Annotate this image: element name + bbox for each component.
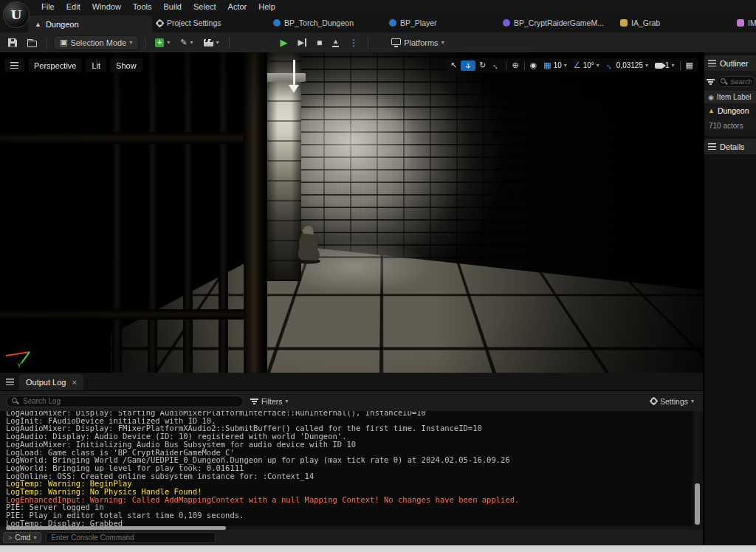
- play-icon: ▶: [281, 37, 288, 48]
- grid-snap-button[interactable]: ▦ 10 ▾: [540, 60, 570, 71]
- asset-shortcut-im[interactable]: IM: [737, 15, 756, 30]
- log-search[interactable]: [6, 396, 244, 407]
- asset-shortcut-bp-torch-dungeon[interactable]: BP_Torch_Dungeon: [273, 15, 354, 30]
- log-line: LogAudioMixer: Initializing Audio Bus Su…: [6, 441, 687, 449]
- outliner-column-header[interactable]: ◉ Item Label: [704, 91, 756, 103]
- asset-shortcut-bp-cryptraider-gamemode[interactable]: BP_CryptRaiderGameM...: [503, 15, 604, 30]
- chevron-down-icon: ▾: [129, 39, 132, 46]
- rotation-snap-button[interactable]: ∠ 10° ▾: [571, 60, 602, 71]
- divider: [145, 37, 145, 49]
- menu-item-tools[interactable]: Tools: [127, 0, 158, 13]
- cmd-dropdown[interactable]: > Cmd ▾: [3, 532, 41, 543]
- settings-button[interactable]: Settings ▾: [650, 397, 697, 406]
- filters-button[interactable]: Filters ▾: [250, 397, 289, 406]
- add-actor-icon: +: [155, 38, 164, 47]
- angle-icon: ∠: [574, 61, 581, 70]
- divider: [524, 61, 525, 70]
- asset-shortcut-project-settings[interactable]: Project Settings: [157, 15, 221, 30]
- rotate-tool-button[interactable]: ↻: [476, 60, 489, 71]
- log-search-input[interactable]: [23, 397, 238, 405]
- vertical-scrollbar-thumb[interactable]: [695, 483, 700, 525]
- statue: [294, 222, 323, 265]
- select-tool-button[interactable]: ↖: [447, 60, 460, 71]
- hamburger-icon[interactable]: [6, 379, 14, 385]
- scale-snap-value: 0,03125: [616, 61, 643, 69]
- hamburger-icon: [708, 60, 716, 66]
- level-tab-label: Dungeon: [46, 20, 79, 29]
- output-log-tab[interactable]: Output Log ×: [19, 374, 83, 390]
- move-tool-button[interactable]: ↔↕: [461, 61, 475, 71]
- monitor-icon: [391, 38, 401, 45]
- stop-button[interactable]: ■: [313, 36, 326, 49]
- surface-snap-button[interactable]: ◉: [527, 60, 540, 71]
- input-mapping-icon: [737, 19, 744, 27]
- globe-icon: ⊕: [512, 61, 518, 70]
- blueprints-dropdown[interactable]: ✎ ▾: [176, 36, 196, 49]
- blueprint-icon: [389, 19, 396, 27]
- frame-skip-button[interactable]: ▶: [295, 37, 310, 48]
- menu-item-actor[interactable]: Actor: [222, 0, 253, 13]
- chevron-down-icon: ▾: [645, 62, 648, 69]
- input-action-icon: [620, 19, 628, 27]
- scale-tool-button[interactable]: ↔: [489, 61, 504, 71]
- menu-item-build[interactable]: Build: [158, 0, 188, 13]
- cinematics-dropdown[interactable]: ▾: [200, 38, 223, 48]
- quick-add-button[interactable]: + ▾: [151, 37, 173, 49]
- blueprint-icon: [503, 19, 510, 27]
- chevron-down-icon: ▾: [167, 39, 170, 46]
- outliner-tab[interactable]: Outliner: [704, 55, 756, 71]
- asset-shortcut-bp-player[interactable]: BP_Player: [389, 15, 437, 30]
- chevron-down-icon: ▾: [190, 39, 193, 46]
- close-icon[interactable]: ×: [72, 378, 76, 387]
- rotation-snap-value: 10°: [583, 61, 594, 69]
- play-options-button[interactable]: ⋮: [346, 36, 362, 49]
- search-icon: [12, 398, 19, 405]
- asset-shortcut-ia-grab[interactable]: IA_Grab: [620, 15, 660, 30]
- viewport-menu-button[interactable]: [4, 58, 24, 72]
- svg-text:Y: Y: [17, 362, 21, 368]
- tab-bar: ▲ Dungeon Project Settings BP_Torch_Dung…: [0, 13, 756, 32]
- outliner-search-input[interactable]: [730, 77, 752, 86]
- main-toolbar: ▣ Selection Mode ▾ + ▾ ✎ ▾ ▾ ▶ ▶ ■ ▲ ⋮ P…: [0, 32, 756, 52]
- menu-item-select[interactable]: Select: [188, 0, 222, 13]
- stop-icon: ■: [317, 38, 322, 48]
- menu-item-window[interactable]: Window: [86, 0, 127, 13]
- perspective-button[interactable]: Perspective: [28, 58, 82, 72]
- world-space-button[interactable]: ⊕: [509, 60, 521, 71]
- selection-mode-dropdown[interactable]: ▣ Selection Mode ▾: [53, 35, 139, 50]
- console-command-input[interactable]: [46, 532, 216, 543]
- eye-icon[interactable]: ◉: [708, 94, 714, 101]
- divider: [506, 61, 506, 70]
- platforms-dropdown[interactable]: Platforms ▾: [388, 37, 447, 49]
- gate-post: [244, 52, 267, 373]
- save-button[interactable]: [4, 37, 21, 49]
- lit-button[interactable]: Lit: [86, 58, 106, 72]
- rotate-icon: ↻: [479, 61, 486, 70]
- camera-speed-button[interactable]: 1 ▾: [652, 61, 678, 70]
- outliner-footer: 710 actors: [704, 120, 756, 131]
- outliner-search[interactable]: [717, 76, 755, 87]
- menu-item-help[interactable]: Help: [252, 0, 281, 13]
- eject-button[interactable]: ▲: [329, 37, 343, 49]
- surface-snap-icon: ◉: [530, 61, 537, 70]
- maximize-viewport-button[interactable]: ▦: [683, 60, 696, 71]
- viewport-toolbar-right: ↖ ↔↕ ↻ ↔ ⊕ ◉ ▦ 10 ▾ ∠ 10° ▾ ↔ 0,03125 ▾: [445, 58, 698, 72]
- log-search-row: Filters ▾ Settings ▾: [0, 390, 703, 411]
- outliner-row-dungeon[interactable]: ▲ Dungeon: [704, 105, 756, 117]
- camera-icon: [655, 63, 663, 69]
- tab-dungeon-level[interactable]: ▲ Dungeon: [28, 15, 152, 32]
- play-button[interactable]: ▶: [277, 35, 292, 49]
- level-icon: ▲: [708, 107, 715, 114]
- viewport[interactable]: Y Perspective Lit Show ↖ ↔↕ ↻ ↔ ⊕ ◉ ▦ 10…: [0, 52, 703, 373]
- console-row: > Cmd ▾: [0, 530, 703, 545]
- show-button[interactable]: Show: [110, 58, 142, 72]
- browse-content-button[interactable]: [24, 37, 41, 49]
- menu-item-file[interactable]: File: [35, 0, 61, 13]
- log-line: LogTemp: Display: Grabbed: [6, 520, 687, 526]
- menu-item-edit[interactable]: Edit: [61, 0, 86, 13]
- scale-snap-button[interactable]: ↔ 0,03125 ▾: [603, 61, 651, 71]
- funnel-icon[interactable]: [707, 79, 715, 85]
- cube-icon: ▣: [60, 38, 67, 47]
- details-tab[interactable]: Details: [704, 139, 756, 154]
- grid-snap-value: 10: [554, 61, 562, 69]
